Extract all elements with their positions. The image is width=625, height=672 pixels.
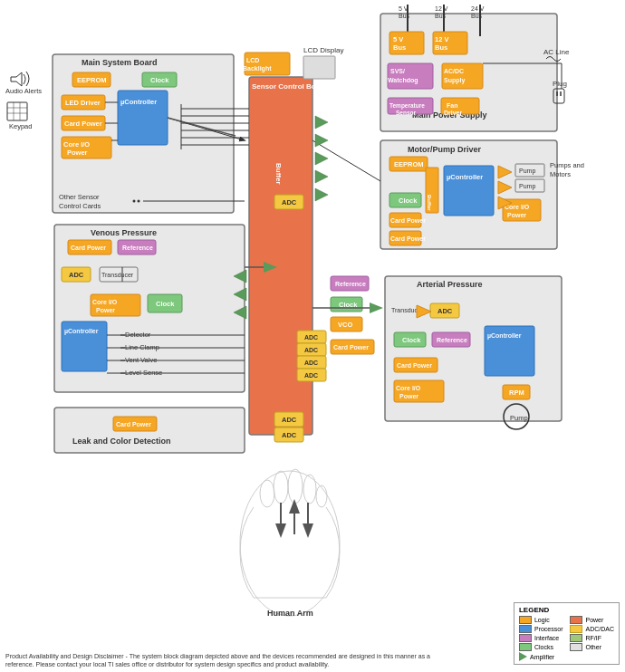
legend-logic-box [519,616,532,624]
svg-text:Reference: Reference [122,245,153,251]
svg-text:Reference: Reference [437,337,467,343]
svg-point-70 [138,200,140,203]
svg-text:Audio Alerts: Audio Alerts [5,87,42,95]
svg-text:Venous Pressure: Venous Pressure [91,228,157,237]
svg-text:Power: Power [399,393,418,399]
svg-text:Sensor Control Board: Sensor Control Board [252,82,327,91]
svg-text:ADC: ADC [304,334,318,341]
legend-rfif-box [570,634,582,642]
svg-text:Motor/Pump Driver: Motor/Pump Driver [408,145,482,154]
legend: LEGEND Logic Power Processor ADC/DAC Int… [514,602,620,665]
legend-adcdac-box [570,625,582,633]
svg-marker-192 [315,152,328,165]
svg-text:LED Driver: LED Driver [65,99,101,107]
svg-text:µController: µController [64,328,99,335]
svg-text:VCO: VCO [338,321,352,329]
svg-marker-190 [315,116,328,129]
legend-amplifier-tri [519,652,527,661]
svg-text:Temperature: Temperature [389,102,425,110]
legend-power: Power [570,616,614,624]
svg-text:5 V: 5 V [399,5,409,12]
svg-text:µController: µController [487,332,522,340]
svg-text:Driver: Driver [444,110,463,116]
svg-text:Core I/O: Core I/O [92,299,118,305]
svg-text:Core I/O: Core I/O [63,140,90,149]
legend-clocks-box [519,643,532,651]
svg-text:Arterial Pressure: Arterial Pressure [417,280,483,289]
svg-text:5 V: 5 V [393,35,403,43]
svg-marker-191 [315,134,328,147]
legend-processor-label: Processor [534,626,563,632]
svg-point-181 [303,475,316,504]
svg-text:Buffer: Buffer [274,163,283,185]
svg-text:Leak and Color Detection: Leak and Color Detection [72,437,171,446]
svg-text:Bus: Bus [393,43,406,52]
svg-text:Buffer: Buffer [427,195,432,211]
svg-text:Supply: Supply [444,77,465,84]
svg-text:Keypad: Keypad [9,122,32,130]
svg-rect-66 [303,56,335,79]
svg-text:Clock: Clock [156,300,175,308]
svg-text:EEPROM: EEPROM [394,160,424,168]
svg-text:Pump: Pump [519,183,535,190]
legend-amplifier-label: Amplifier [530,654,554,660]
svg-rect-62 [245,53,290,75]
block-diagram-svg: Main System Board Sensor Control Board B… [0,0,625,672]
svg-text:AC Line: AC Line [543,48,570,56]
svg-text:Fan: Fan [447,102,457,109]
svg-text:ADC: ADC [282,431,297,439]
svg-text:ADC: ADC [304,360,318,366]
svg-text:Power: Power [67,149,88,157]
legend-power-label: Power [585,617,603,623]
svg-text:Power: Power [507,212,526,218]
svg-text:LCD: LCD [246,57,259,63]
legend-clocks: Clocks [519,643,563,651]
svg-point-180 [288,469,303,504]
svg-text:Watchdog: Watchdog [388,77,418,84]
legend-rfif: RF/IF [570,634,614,642]
svg-text:Card Power: Card Power [397,362,432,369]
svg-text:Backlight: Backlight [243,65,272,72]
legend-other: Other [570,643,614,651]
legend-amplifier: Amplifier [519,652,563,661]
svg-text:Bus: Bus [435,13,447,19]
svg-text:Card Power: Card Power [71,245,106,251]
svg-text:Bus: Bus [435,43,447,52]
svg-point-69 [133,200,136,203]
legend-other-label: Other [585,644,601,650]
svg-text:Core I/O: Core I/O [396,385,421,391]
legend-title: LEGEND [519,606,614,614]
svg-marker-193 [315,170,328,183]
svg-text:Pump: Pump [519,168,535,175]
svg-text:Sensor: Sensor [396,110,417,116]
legend-logic: Logic [519,616,563,624]
svg-text:Card Power: Card Power [64,120,102,128]
legend-processor: Processor [519,625,563,633]
legend-grid: Logic Power Processor ADC/DAC Interface … [519,616,614,661]
svg-text:RPM: RPM [509,389,524,397]
svg-text:Motors: Motors [550,170,571,178]
legend-power-box [570,616,582,624]
svg-text:EEPROM: EEPROM [77,76,107,84]
svg-text:12 V: 12 V [435,5,448,12]
svg-point-178 [260,480,274,507]
svg-text:Clock: Clock [402,336,421,344]
svg-marker-194 [315,188,328,201]
svg-text:Plug: Plug [553,80,567,88]
legend-clocks-label: Clocks [534,644,553,650]
svg-text:12 V: 12 V [435,35,448,43]
svg-text:Main System Board: Main System Board [82,58,158,67]
svg-text:µController: µController [447,173,483,181]
svg-text:Card Power: Card Power [390,217,426,224]
svg-text:ADC: ADC [282,416,297,424]
legend-interface-box [519,634,532,642]
svg-text:Pump: Pump [510,414,528,422]
svg-text:Bus: Bus [399,13,410,19]
legend-other-box [570,643,582,651]
svg-text:24 V: 24 V [471,5,485,12]
legend-adcdac: ADC/DAC [570,625,614,633]
svg-rect-74 [7,102,27,120]
svg-text:Card Power: Card Power [116,421,151,427]
svg-marker-72 [11,72,22,86]
svg-text:AC/DC: AC/DC [444,68,464,74]
